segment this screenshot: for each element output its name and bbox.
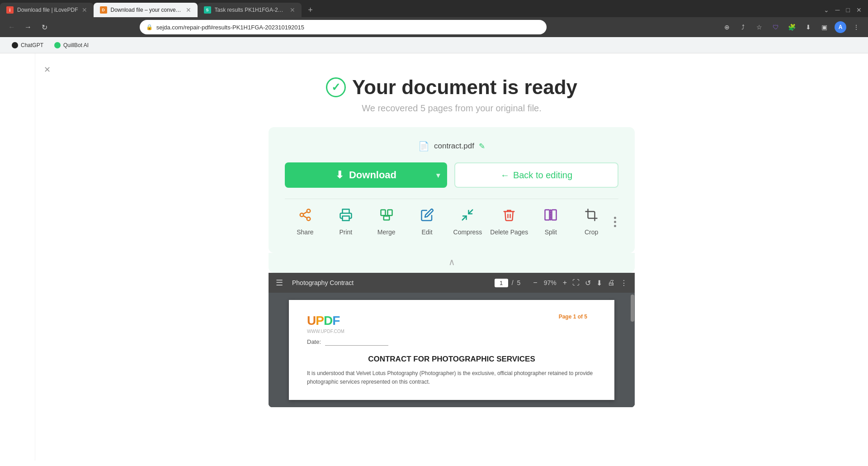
shield-icon[interactable]: 🛡 [769, 21, 782, 33]
page-content: ✕ ✓ Your document is ready We recovered … [0, 53, 868, 461]
pdf-more-icon[interactable]: ⋮ [620, 279, 627, 287]
pdf-fit-icon[interactable]: ⛶ [572, 279, 580, 287]
tool-split-label: Split [545, 228, 557, 236]
main-content: ✓ Your document is ready We recovered 5 … [35, 53, 868, 425]
tab-download[interactable]: D Download file – your conversion ✕ [94, 3, 198, 17]
tab-close-3[interactable]: ✕ [290, 7, 295, 13]
tool-crop[interactable]: Crop [573, 208, 609, 236]
split-tool-icon [544, 208, 557, 225]
tab-close-1[interactable]: ✕ [82, 7, 87, 13]
chatgpt-favicon [12, 42, 18, 48]
tools-row: Share Print Merge [285, 199, 618, 239]
tool-print-label: Print [339, 228, 352, 236]
download-dropdown-arrow: ▾ [436, 171, 440, 180]
share-tool-icon [298, 208, 312, 225]
pdf-scrollbar[interactable] [630, 293, 635, 407]
extensions-icon[interactable]: 🧩 [786, 21, 798, 33]
pdf-print-icon[interactable]: 🖨 [608, 279, 615, 287]
edit-filename-icon[interactable]: ✎ [479, 142, 485, 151]
pdf-content: UPDF WWW.UPDF.COM Page 1 of 5 Date: CONT… [269, 293, 635, 407]
check-circle-icon: ✓ [326, 77, 346, 97]
refresh-button[interactable]: ↻ [38, 21, 51, 33]
pdf-page: UPDF WWW.UPDF.COM Page 1 of 5 Date: CONT… [289, 300, 614, 400]
browser-tabs: i Download file | iLovePDF ✕ D Download … [0, 0, 868, 17]
profile-avatar[interactable]: A [835, 21, 846, 33]
pdf-menu-icon[interactable]: ☰ [276, 278, 283, 288]
maximize-btn[interactable]: □ [844, 5, 853, 15]
tab-ilovepdf[interactable]: i Download file | iLovePDF ✕ [0, 3, 94, 17]
scrollbar-thumb [631, 295, 634, 322]
forward-button[interactable]: → [22, 21, 34, 33]
quillbot-favicon [54, 42, 61, 48]
share-icon[interactable]: ⤴ [737, 21, 750, 33]
ready-subtitle: We recovered 5 pages from your original … [326, 103, 577, 114]
tab-tasks[interactable]: S Task results PK1H1FGA-202310... ✕ [198, 3, 302, 17]
svg-rect-7 [387, 210, 392, 216]
tab-favicon-3: S [204, 6, 211, 14]
tab-title-2: Download file – your conversion [111, 7, 182, 13]
browser-frame: i Download file | iLovePDF ✕ D Download … [0, 0, 868, 53]
tool-delete-label: Delete Pages [490, 228, 528, 236]
updf-website: WWW.UPDF.COM [307, 329, 344, 334]
new-tab-button[interactable]: + [303, 3, 318, 17]
pdf-rotate-icon[interactable]: ↺ [585, 279, 591, 287]
browser-toolbar: ← → ↻ 🔒 sejda.com/repair-pdf#results-PK1… [0, 17, 868, 37]
ready-title-text: Your document is ready [352, 76, 577, 99]
tool-print[interactable]: Print [328, 208, 364, 236]
tool-edit[interactable]: Edit [409, 208, 445, 236]
tab-close-2[interactable]: ✕ [186, 7, 191, 13]
updf-logo-container: UPDF WWW.UPDF.COM [307, 314, 344, 334]
download-icon[interactable]: ⬇ [802, 21, 815, 33]
back-arrow-icon: ← [500, 170, 509, 181]
zoom-out-button[interactable]: − [533, 279, 537, 287]
pdf-zoom-controls: − 97% + [533, 279, 567, 287]
sidebar-left [0, 53, 35, 461]
address-bar[interactable]: 🔒 sejda.com/repair-pdf#results-PK1H1FGA-… [140, 20, 547, 34]
file-name-text: contract.pdf [434, 142, 474, 151]
tool-share[interactable]: Share [287, 208, 323, 236]
tool-compress[interactable]: Compress [449, 208, 486, 236]
back-to-editing-button[interactable]: ← Back to editing [454, 162, 618, 188]
tool-edit-label: Edit [422, 228, 433, 236]
more-tools-button[interactable] [614, 217, 616, 227]
google-lens-icon[interactable]: ⊕ [721, 21, 733, 33]
svg-line-11 [469, 210, 473, 214]
chevron-up-icon: ∧ [448, 257, 455, 267]
bookmark-quillbot[interactable]: QuillBot AI [50, 40, 93, 50]
page-indicator: Page 1 of 5 [559, 314, 587, 320]
date-label: Date: [307, 338, 321, 345]
bookmarks-bar: ChatGPT QuillBot AI [0, 37, 868, 53]
download-button[interactable]: ⬇ Download ▾ [285, 162, 447, 188]
lock-icon: 🔒 [146, 24, 153, 30]
close-panel-button[interactable]: ✕ [41, 63, 53, 76]
tab-title-1: Download file | iLovePDF [17, 7, 78, 13]
tab-list-btn[interactable]: ⌄ [821, 5, 832, 15]
date-underline [325, 338, 388, 346]
pdf-viewer-wrapper: ☰ Photography Contract / 5 − 97% + ⛶ ↺ [269, 273, 635, 407]
ready-section: ✓ Your document is ready We recovered 5 … [326, 53, 577, 127]
pdf-page-input[interactable] [495, 279, 508, 287]
svg-line-10 [462, 216, 467, 220]
action-buttons: ⬇ Download ▾ ← Back to editing [285, 162, 618, 188]
sidebar-icon[interactable]: ▣ [818, 21, 831, 33]
zoom-in-button[interactable]: + [563, 279, 567, 287]
bookmark-chatgpt[interactable]: ChatGPT [7, 40, 48, 50]
bookmark-icon[interactable]: ☆ [753, 21, 766, 33]
chevron-up-button[interactable]: ∧ [269, 253, 635, 273]
minimize-btn[interactable]: ─ [833, 5, 843, 15]
back-button[interactable]: ← [5, 21, 18, 33]
close-window-btn[interactable]: ✕ [854, 5, 864, 15]
bookmark-chatgpt-label: ChatGPT [21, 42, 43, 48]
more-dot-1 [614, 217, 616, 219]
pdf-download-icon[interactable]: ⬇ [596, 279, 602, 287]
tool-split[interactable]: Split [533, 208, 569, 236]
tool-delete-pages[interactable]: Delete Pages [490, 208, 528, 236]
tool-merge[interactable]: Merge [368, 208, 405, 236]
print-tool-icon [339, 208, 353, 225]
menu-icon[interactable]: ⋮ [850, 21, 863, 33]
svg-rect-12 [545, 210, 550, 220]
pdf-viewer: ☰ Photography Contract / 5 − 97% + ⛶ ↺ [269, 273, 635, 407]
pdf-page-header: UPDF WWW.UPDF.COM Page 1 of 5 [307, 314, 596, 334]
edit-tool-icon [420, 208, 434, 225]
svg-line-4 [303, 212, 307, 214]
